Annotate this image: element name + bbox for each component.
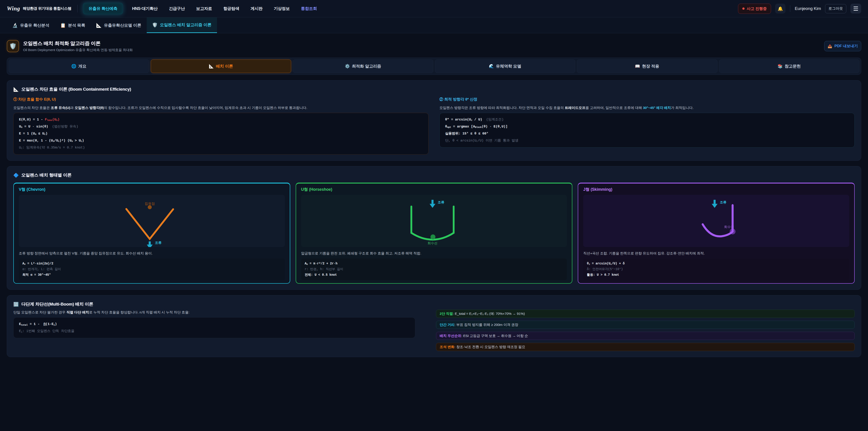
app-logo: Wing	[7, 5, 20, 12]
nav-item-reports[interactable]: 보고자료	[194, 6, 214, 11]
logout-button[interactable]: 로그아웃	[825, 4, 846, 13]
section-multiboom: 🔢 다단계 차단선(Multi-Boom) 배치 이론 단일 오일펜스로 차단 …	[7, 295, 861, 357]
pdf-export-label: PDF 내보내기	[834, 43, 858, 49]
layout-card-title: J형 (Skimming)	[583, 187, 849, 192]
info-row-tide-change: 조석 변화: 창조·낙조 전환 시 오일펜스 방향 재조정 필요	[436, 343, 855, 351]
nav-item-weather-info[interactable]: 기상정보	[272, 6, 292, 11]
section-title: 📐 오일펜스 차단 효율 이론 (Boom Containment Effici…	[13, 86, 855, 92]
sub-tabbar: 🔬 유출유 확산분석 📋 분석 목록 📐 유출유확산모델 이론 🛡️ 오일펜스 …	[0, 18, 868, 33]
layout-card-description: 직선+곡선 조합. 기름을 한쪽으로 편향 유도하여 집유. 강조류·연안 배치…	[583, 251, 849, 256]
incident-dot-icon	[742, 7, 745, 10]
tab-label: 참고문헌	[784, 63, 801, 69]
blue-diamond-icon: 🔷	[13, 173, 19, 178]
layout-card-description: 말굽형으로 기름을 완전 포위. 폐쇄형 구조로 회수 효율 최고. 저조류 해…	[301, 251, 567, 256]
navbar-right: 사고 진행중 🔔 Eunjeong Kim 로그아웃	[738, 4, 861, 14]
subtab-label: 오일펜스 배치 알고리즘 이론	[160, 22, 212, 28]
section-layout-types: 🔷 오일펜스 배치 형태별 이론 V형 (Chevron) 집유점 조류 조류 …	[7, 166, 861, 290]
top-navbar: Wing 해양환경 위기대응 통합시스템 유출유 확산예측 HNS·대기확산 긴…	[0, 0, 868, 18]
subtab-diffusion-model-theory[interactable]: 📐 유출유확산모델 이론	[91, 18, 147, 33]
open-book-icon: 📖	[635, 64, 640, 69]
globe-icon: 🌐	[71, 64, 76, 69]
page-content: 🌐 개요 📐 배치 이론 ⚙️ 최적화 알고리즘 🌊 유체역학 모델 📖 현장 …	[0, 58, 868, 357]
nav-item-integrated-search[interactable]: 통합조회	[299, 6, 319, 11]
tab-optimization-algorithm[interactable]: ⚙️ 최적화 알고리즘	[293, 59, 433, 73]
gear-icon: ⚙️	[345, 64, 350, 69]
current-label: 조류	[155, 241, 162, 245]
tab-deployment-theory[interactable]: 📐 배치 이론	[151, 59, 291, 73]
efficiency-right-column: ② 최적 방향각 θ* 산정 오일펜스 방향각은 조류 방향에 따라 최적화됩니…	[439, 97, 855, 155]
nav-item-aerial-search[interactable]: 항공탐색	[221, 6, 241, 11]
chevron-boom-line	[126, 209, 173, 239]
subtab-label: 분석 목록	[68, 23, 85, 28]
nav-item-board[interactable]: 게시판	[248, 6, 265, 11]
chevron-diagram: 집유점 조류	[19, 195, 285, 247]
section-tabbar: 🌐 개요 📐 배치 이론 ⚙️ 최적화 알고리즘 🌊 유체역학 모델 📖 현장 …	[7, 58, 861, 75]
notification-button[interactable]: 🔔	[775, 4, 785, 13]
shield-emoji: 🛡️	[9, 43, 17, 50]
subtab-spill-analysis[interactable]: 🔬 유출유 확산분석	[7, 18, 55, 33]
triangle-ruler-icon: 📐	[209, 64, 214, 69]
current-arrow-head	[147, 245, 153, 247]
hamburger-bar	[854, 6, 858, 7]
subtab-label: 유출유 확산분석	[20, 23, 49, 28]
multiboom-right-column: 2단 직렬: E_total = E₁+E₂−E₁·E₂ (예: 70%+70%…	[436, 310, 855, 351]
incident-status-badge: 사고 진행중	[738, 4, 771, 14]
current-arrow-head	[712, 204, 718, 208]
subtab-boom-algorithm-theory[interactable]: 🛡️ 오일펜스 배치 알고리즘 이론	[147, 18, 217, 33]
shield-icon: 🛡️	[152, 22, 158, 28]
section-title-text: 다단계 차단선(Multi-Boom) 배치 이론	[22, 301, 93, 307]
section-title: 🔢 다단계 차단선(Multi-Boom) 배치 이론	[13, 301, 855, 307]
optimal-angle-paragraph: 오일펜스 방향각은 조류 방향에 따라 최적화됩니다. 차단 면적과 오일 수집…	[439, 105, 855, 111]
section-title-text: 오일펜스 배치 형태별 이론	[22, 172, 72, 178]
pdf-export-button[interactable]: 📤 PDF 내보내기	[824, 41, 861, 51]
multiboom-left-column: 단일 오일펜스로 차단 불가한 경우 직렬 다단 배치로 누적 차단 효율을 향…	[13, 310, 415, 351]
nav-item-emergency-rescue[interactable]: 긴급구난	[166, 6, 187, 11]
clipboard-icon: 📋	[60, 23, 66, 28]
efficiency-left-column: ① 차단 효율 함수 E(θ, U) 오일펜스의 차단 효율은 조류 유속(U)…	[13, 97, 429, 155]
info-row-label: 배치 우선순위	[440, 334, 461, 338]
page-header-text: 오일펜스 배치 최적화 알고리즘 이론 Oil Boom Deployment …	[23, 40, 133, 52]
hamburger-bar	[854, 8, 858, 9]
multiboom-paragraph: 단일 오일펜스로 차단 불가한 경우 직렬 다단 배치로 누적 차단 효율을 향…	[13, 310, 415, 315]
multiboom-formula: Etotal = 1 - ∏(1-Ei)Ei: i번째 오일펜스 단독 차단효율	[13, 317, 415, 338]
efficiency-function-heading: ① 차단 효율 함수 E(θ, U)	[13, 97, 429, 102]
info-row-text: : 창조·낙조 전환 시 오일펜스 방향 재조정 필요	[454, 345, 525, 349]
tab-hydrodynamics-model[interactable]: 🌊 유체역학 모델	[435, 59, 576, 73]
layout-card-title: U형 (Horseshoe)	[301, 187, 567, 192]
user-name: Eunjeong Kim	[795, 6, 821, 11]
info-row-label: 조석 변화	[440, 345, 454, 349]
tab-overview[interactable]: 🌐 개요	[8, 59, 149, 73]
nav-divider	[77, 5, 78, 12]
efficiency-function-formula: E(θ,U) = 1 - Floss(Un)Un = U · sin(θ) (법…	[13, 113, 429, 155]
nav-item-hns-air-diffusion[interactable]: HNS·대기확산	[130, 6, 160, 11]
tab-label: 현장 적용	[642, 63, 659, 69]
optimal-angle-formula: θ* = arcsin(Uc / U) (임계조건)θopt = argmax …	[439, 113, 855, 148]
export-icon: 📤	[828, 44, 832, 49]
tab-references[interactable]: 📚 참고문헌	[719, 59, 860, 73]
numbers-icon: 🔢	[13, 302, 19, 307]
recovery-line-label: 회수선	[428, 241, 437, 245]
info-row-text: : E_total = E₁+E₂−E₁·E₂ (예: 70%+70% → 91…	[453, 312, 525, 315]
info-row-two-stage: 2단 직렬: E_total = E₁+E₂−E₁·E₂ (예: 70%+70%…	[436, 310, 855, 318]
tab-field-application[interactable]: 📖 현장 적용	[577, 59, 717, 73]
triangle-ruler-icon: 📐	[13, 87, 19, 92]
section-containment-efficiency: 📐 오일펜스 차단 효율 이론 (Boom Containment Effici…	[7, 80, 861, 161]
tab-label: 배치 이론	[216, 63, 233, 69]
triangle-ruler-icon: 📐	[96, 23, 102, 28]
layout-card-formula: AV = L²·sin(2α)/2α: 반개각, L: 편측 길이최적 α = …	[19, 258, 285, 280]
layout-card-description: 조류 방향 정면에서 양측으로 펼친 V형. 기름을 중앙 집유점으로 유도. …	[19, 251, 285, 256]
nav-item-oil-spill-prediction[interactable]: 유출유 확산예측	[83, 3, 123, 14]
info-row-text: : ESI 고등급 구역 보호 → 취수원 → 어항 순	[461, 334, 528, 338]
subtab-label: 유출유확산모델 이론	[104, 23, 141, 28]
incident-badge-label: 사고 진행중	[747, 6, 767, 11]
layout-card-horseshoe: U형 (Horseshoe) 조류 회수선 말굽형으로 기름을 완전 포위. 폐…	[296, 183, 572, 284]
tab-label: 개요	[79, 63, 87, 69]
hamburger-menu-button[interactable]	[850, 4, 861, 13]
layout-card-title: V형 (Chevron)	[19, 187, 285, 192]
info-row-label: 단간 거리	[440, 323, 454, 327]
info-row-priority: 배치 우선순위: ESI 고등급 구역 보호 → 취수원 → 어항 순	[436, 332, 855, 340]
subtab-analysis-list[interactable]: 📋 분석 목록	[55, 18, 91, 33]
layout-card-skimming: J형 (Skimming) 조류 회수점 직선+곡선 조합. 기름을 한쪽으로 …	[578, 183, 855, 284]
horseshoe-diagram: 조류 회수선	[301, 195, 567, 247]
hamburger-bar	[854, 10, 858, 11]
